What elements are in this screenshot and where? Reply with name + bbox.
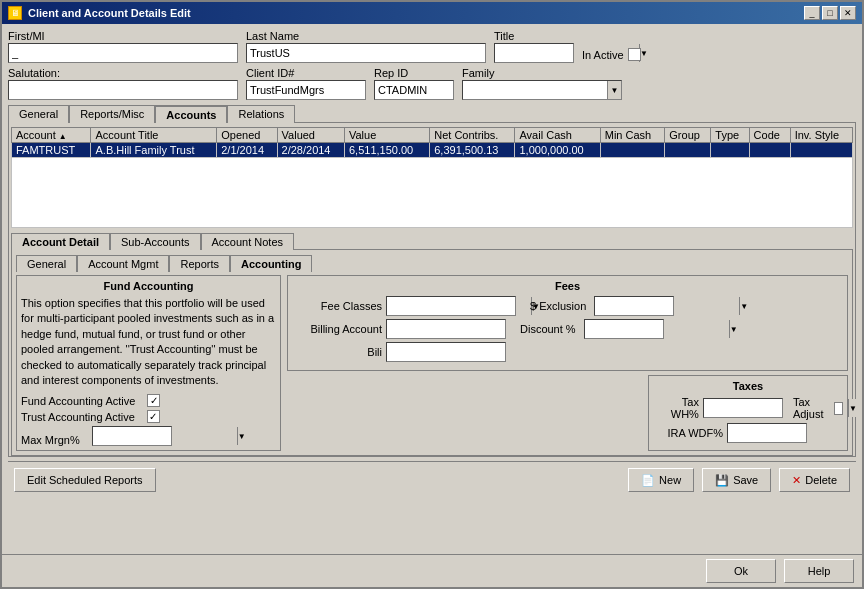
client-row: Salutation: Client ID# Rep ID Family ▼	[8, 67, 856, 100]
exclusion-dropdown[interactable]: ▼	[594, 296, 674, 316]
tab-account-notes[interactable]: Account Notes	[201, 233, 295, 250]
account-detail-content: General Account Mgmt Reports Accounting	[11, 249, 853, 456]
discount-dropdown[interactable]: ▼	[584, 319, 664, 339]
fees-taxes-area: Fees Fee Classes ▼ $ Exclusion	[287, 275, 848, 451]
main-tabs-container: General Reports/Misc Accounts Relations	[8, 104, 856, 457]
taxes-section: Taxes Tax WH% ▼ Tax Adjust	[648, 375, 848, 451]
max-margin-dropdown[interactable]: ▼	[92, 426, 172, 446]
accounts-table: Account ▲ Account Title Opened Valued Va…	[11, 127, 853, 228]
help-button[interactable]: Help	[784, 559, 854, 583]
cell-value: 6,511,150.00	[344, 143, 429, 158]
client-id-label: Client ID#	[246, 67, 366, 79]
ira-wdf-label: IRA WDF%	[653, 427, 723, 439]
fee-classes-dropdown[interactable]: ▼	[386, 296, 516, 316]
trust-accounting-active-checkbox[interactable]	[147, 410, 160, 423]
last-name-label: Last Name	[246, 30, 486, 42]
fund-accounting-section: Fund Accounting This option specifies th…	[16, 275, 281, 451]
accounts-tab-content: Account ▲ Account Title Opened Valued Va…	[8, 122, 856, 457]
salutation-label: Salutation:	[8, 67, 238, 79]
fund-accounting-active-checkbox[interactable]	[147, 394, 160, 407]
new-button[interactable]: 📄 New	[628, 468, 694, 492]
title-label: Title	[494, 30, 574, 42]
inner-tab-accounting[interactable]: Accounting	[230, 255, 313, 272]
col-valued[interactable]: Valued	[277, 128, 344, 143]
col-net-contribs[interactable]: Net Contribs.	[430, 128, 515, 143]
inactive-checkbox[interactable]	[628, 48, 641, 61]
col-opened[interactable]: Opened	[217, 128, 277, 143]
family-dropdown-arrow[interactable]: ▼	[607, 81, 621, 99]
family-group: Family ▼	[462, 67, 622, 100]
fee-classes-input[interactable]	[387, 297, 531, 315]
tab-general[interactable]: General	[8, 105, 69, 123]
ok-button[interactable]: Ok	[706, 559, 776, 583]
family-dropdown[interactable]: ▼	[462, 80, 622, 100]
delete-button[interactable]: ✕ Delete	[779, 468, 850, 492]
main-window: 🖥 Client and Account Details Edit _ □ ✕ …	[0, 0, 864, 589]
inner-tab-row: General Account Mgmt Reports Accounting	[16, 254, 848, 271]
inactive-group: In Active	[582, 48, 641, 63]
billing-row: Bili	[292, 342, 843, 362]
edit-scheduled-reports-button[interactable]: Edit Scheduled Reports	[14, 468, 156, 492]
title-group: Title ▼	[494, 30, 574, 63]
billing-account-input[interactable]	[386, 319, 506, 339]
col-group[interactable]: Group	[665, 128, 711, 143]
salutation-input[interactable]	[8, 80, 238, 100]
salutation-group: Salutation:	[8, 67, 238, 100]
col-type[interactable]: Type	[711, 128, 749, 143]
new-icon: 📄	[641, 474, 655, 487]
col-min-cash[interactable]: Min Cash	[600, 128, 665, 143]
tab-sub-accounts[interactable]: Sub-Accounts	[110, 233, 200, 250]
table-row[interactable]: FAMTRUST A.B.Hill Family Trust 2/1/2014 …	[12, 143, 853, 158]
bottom-buttons-row: Edit Scheduled Reports 📄 New 💾 Save ✕ De…	[8, 461, 856, 498]
rep-id-input[interactable]	[374, 80, 454, 100]
inner-tab-reports[interactable]: Reports	[169, 255, 230, 272]
tab-account-detail[interactable]: Account Detail	[11, 233, 110, 250]
tax-wh-arrow[interactable]: ▼	[848, 399, 857, 417]
max-margin-row: Max Mrgn% ▼	[21, 426, 276, 446]
delete-icon: ✕	[792, 474, 801, 487]
ira-wdf-input[interactable]	[728, 424, 864, 442]
save-button[interactable]: 💾 Save	[702, 468, 771, 492]
col-inv-style[interactable]: Inv. Style	[790, 128, 852, 143]
app-icon: 🖥	[8, 6, 22, 20]
family-input[interactable]	[463, 81, 607, 99]
cell-account: FAMTRUST	[12, 143, 91, 158]
first-mi-label: First/MI	[8, 30, 238, 42]
first-mi-input[interactable]	[8, 43, 238, 63]
minimize-button[interactable]: _	[804, 6, 820, 20]
table-row-empty	[12, 158, 853, 228]
title-dropdown[interactable]: ▼	[494, 43, 574, 63]
inner-tab-account-mgmt[interactable]: Account Mgmt	[77, 255, 169, 272]
col-value[interactable]: Value	[344, 128, 429, 143]
col-code[interactable]: Code	[749, 128, 790, 143]
tax-adjust-checkbox[interactable]	[834, 402, 843, 415]
max-margin-input[interactable]	[93, 427, 237, 445]
discount-input[interactable]	[585, 320, 729, 338]
col-avail-cash[interactable]: Avail Cash	[515, 128, 600, 143]
main-tab-row: General Reports/Misc Accounts Relations	[8, 104, 856, 122]
tab-accounts[interactable]: Accounts	[155, 105, 227, 123]
cell-code	[749, 143, 790, 158]
ira-wdf-dropdown[interactable]: ▼	[727, 423, 807, 443]
window-controls: _ □ ✕	[804, 6, 856, 20]
col-account[interactable]: Account ▲	[12, 128, 91, 143]
discount-label: Discount %	[520, 323, 576, 335]
cell-net-contribs: 6,391,500.13	[430, 143, 515, 158]
col-account-title[interactable]: Account Title	[91, 128, 217, 143]
tax-wh-dropdown[interactable]: ▼	[703, 398, 783, 418]
exclusion-arrow[interactable]: ▼	[739, 297, 748, 315]
close-button[interactable]: ✕	[840, 6, 856, 20]
discount-arrow[interactable]: ▼	[729, 320, 738, 338]
last-name-input[interactable]	[246, 43, 486, 63]
tax-wh-input[interactable]	[704, 399, 848, 417]
billing-input[interactable]	[386, 342, 506, 362]
maximize-button[interactable]: □	[822, 6, 838, 20]
exclusion-input[interactable]	[595, 297, 739, 315]
inactive-label: In Active	[582, 49, 624, 61]
client-id-input[interactable]	[246, 80, 366, 100]
inner-tab-general[interactable]: General	[16, 255, 77, 272]
max-margin-arrow[interactable]: ▼	[237, 427, 246, 445]
fees-section: Fees Fee Classes ▼ $ Exclusion	[287, 275, 848, 371]
tab-reports-misc[interactable]: Reports/Misc	[69, 105, 155, 123]
tab-relations[interactable]: Relations	[227, 105, 295, 123]
